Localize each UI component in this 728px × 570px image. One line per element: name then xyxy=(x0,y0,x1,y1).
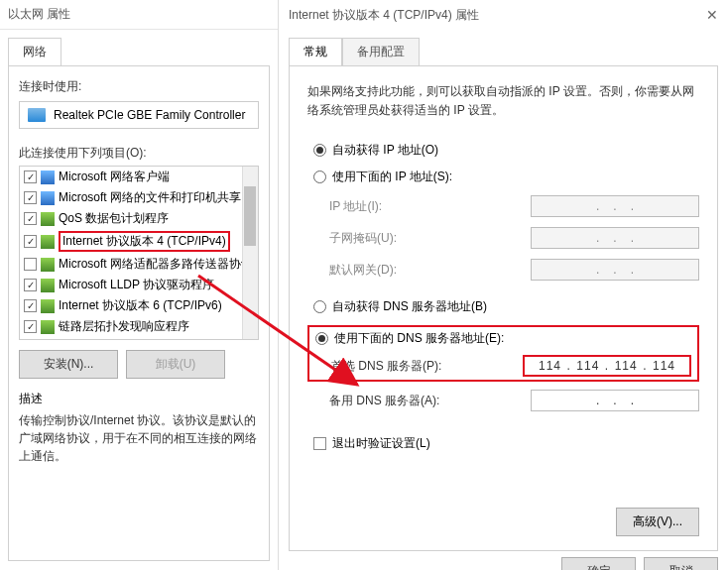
list-item[interactable]: ✓QoS 数据包计划程序 xyxy=(20,208,258,229)
protocol-icon xyxy=(41,171,55,184)
item-label: Internet 协议版本 4 (TCP/IPv4) xyxy=(62,234,226,248)
protocol-icon xyxy=(41,235,55,249)
dialog-footer: 确定 取消 xyxy=(279,557,718,570)
protocol-icon xyxy=(41,320,55,334)
description-title: 描述 xyxy=(19,391,259,407)
alternate-dns-label: 备用 DNS 服务器(A): xyxy=(329,393,531,409)
protocol-icon xyxy=(41,258,55,272)
ip-label: IP 地址(I): xyxy=(329,198,531,215)
mask-label: 子网掩码(U): xyxy=(329,230,531,247)
protocol-icon xyxy=(41,279,55,292)
button-row: 安装(N)... 卸载(U) xyxy=(19,350,259,379)
list-item[interactable]: ✓Microsoft 网络的文件和打印机共享 xyxy=(20,187,258,208)
nic-icon xyxy=(28,108,46,122)
cancel-button[interactable]: 取消 xyxy=(644,557,718,570)
connect-using-label: 连接时使用: xyxy=(19,78,259,95)
checkbox-icon[interactable]: ✓ xyxy=(24,212,37,225)
tab-strip-left: 网络 xyxy=(8,38,270,65)
adapter-field[interactable]: Realtek PCIe GBE Family Controller xyxy=(19,101,259,129)
preferred-dns-label: 首选 DNS 服务器(P): xyxy=(331,358,523,375)
close-icon[interactable]: ✕ xyxy=(706,7,718,23)
item-label: 链路层拓扑发现响应程序 xyxy=(59,318,189,335)
tab-general[interactable]: 常规 xyxy=(289,38,342,65)
title-text: 以太网 属性 xyxy=(8,6,70,23)
ipv4-properties-window: Internet 协议版本 4 (TCP/IPv4) 属性 ✕ 常规 备用配置 … xyxy=(278,0,728,570)
alternate-dns-row: 备用 DNS 服务器(A): ... xyxy=(329,390,699,411)
ip-input: ... xyxy=(531,195,699,217)
item-label: QoS 数据包计划程序 xyxy=(59,210,169,227)
protocol-icon xyxy=(41,191,55,205)
ok-button[interactable]: 确定 xyxy=(561,557,636,570)
item-label: Microsoft 网络适配器多路传送器协议 xyxy=(59,256,253,273)
checkbox-icon[interactable] xyxy=(24,258,37,271)
radio-manual-ip[interactable]: 使用下面的 IP 地址(S): xyxy=(313,169,699,185)
checkbox-icon[interactable]: ✓ xyxy=(24,320,37,333)
preferred-dns-row: 首选 DNS 服务器(P): 114. 114. 114. 114 xyxy=(315,355,691,377)
list-item[interactable]: ✓Microsoft LLDP 协议驱动程序 xyxy=(20,275,258,295)
radio-icon xyxy=(313,171,326,183)
protocol-icon xyxy=(41,299,55,313)
checkbox-icon xyxy=(313,437,326,450)
gateway-label: 默认网关(D): xyxy=(329,262,531,279)
radio-label: 使用下面的 DNS 服务器地址(E): xyxy=(334,330,504,347)
preferred-dns-input[interactable]: 114. 114. 114. 114 xyxy=(523,355,691,377)
window-title-right: Internet 协议版本 4 (TCP/IPv4) 属性 ✕ xyxy=(279,0,728,30)
tab-body-left: 连接时使用: Realtek PCIe GBE Family Controlle… xyxy=(8,65,270,561)
checkbox-icon[interactable]: ✓ xyxy=(24,235,37,248)
adapter-name: Realtek PCIe GBE Family Controller xyxy=(54,108,245,122)
radio-icon xyxy=(313,144,326,157)
intro-text: 如果网络支持此功能，则可以获取自动指派的 IP 设置。否则，你需要从网络系统管理… xyxy=(307,82,699,120)
radio-label: 自动获得 DNS 服务器地址(B) xyxy=(332,298,487,315)
list-item[interactable]: Microsoft 网络适配器多路传送器协议 xyxy=(20,254,258,275)
list-item[interactable]: ✓Microsoft 网络客户端 xyxy=(20,167,258,187)
item-label: Microsoft 网络客户端 xyxy=(59,169,170,185)
install-button[interactable]: 安装(N)... xyxy=(19,350,118,379)
item-label: Internet 协议版本 6 (TCP/IPv6) xyxy=(59,297,222,314)
ethernet-properties-window: 以太网 属性 网络 连接时使用: Realtek PCIe GBE Family… xyxy=(0,0,278,570)
checkbox-icon[interactable]: ✓ xyxy=(24,171,37,183)
checkbox-icon[interactable]: ✓ xyxy=(24,279,37,291)
window-title-left: 以太网 属性 xyxy=(0,0,278,30)
radio-auto-ip[interactable]: 自动获得 IP 地址(O) xyxy=(313,142,699,159)
tab-network[interactable]: 网络 xyxy=(8,38,61,65)
radio-label: 使用下面的 IP 地址(S): xyxy=(332,169,452,185)
scroll-thumb[interactable] xyxy=(244,186,256,246)
alternate-dns-input[interactable]: ... xyxy=(531,390,699,411)
ip-fields: IP 地址(I):... 子网掩码(U):... 默认网关(D):... xyxy=(329,195,699,281)
tab-strip-right: 常规 备用配置 xyxy=(289,38,718,65)
title-text: Internet 协议版本 4 (TCP/IPv4) 属性 xyxy=(289,7,479,24)
validate-checkbox-row[interactable]: 退出时验证设置(L) xyxy=(313,435,699,452)
checkbox-icon[interactable]: ✓ xyxy=(24,191,37,204)
dns-manual-highlight: 使用下面的 DNS 服务器地址(E): 首选 DNS 服务器(P): 114. … xyxy=(307,325,699,382)
list-item[interactable]: ✓Internet 协议版本 4 (TCP/IPv4) xyxy=(20,229,258,254)
radio-label: 自动获得 IP 地址(O) xyxy=(332,142,438,159)
scrollbar[interactable] xyxy=(242,167,258,339)
radio-auto-dns[interactable]: 自动获得 DNS 服务器地址(B) xyxy=(313,298,699,315)
tab-alternate[interactable]: 备用配置 xyxy=(342,38,420,65)
checkbox-icon[interactable]: ✓ xyxy=(24,299,37,312)
advanced-button[interactable]: 高级(V)... xyxy=(616,508,699,536)
protocol-list[interactable]: ✓Microsoft 网络客户端✓Microsoft 网络的文件和打印机共享✓Q… xyxy=(19,166,259,340)
radio-icon xyxy=(313,300,326,313)
description-body: 传输控制协议/Internet 协议。该协议是默认的广域网络协议，用于在不同的相… xyxy=(19,411,259,465)
gateway-input: ... xyxy=(531,259,699,281)
protocol-icon xyxy=(41,212,55,226)
uninstall-button[interactable]: 卸载(U) xyxy=(126,350,225,379)
tab-body-right: 如果网络支持此功能，则可以获取自动指派的 IP 设置。否则，你需要从网络系统管理… xyxy=(289,65,718,551)
list-item[interactable]: ✓Internet 协议版本 6 (TCP/IPv6) xyxy=(20,295,258,316)
radio-icon xyxy=(315,332,328,345)
mask-input: ... xyxy=(531,227,699,249)
radio-manual-dns[interactable]: 使用下面的 DNS 服务器地址(E): xyxy=(315,330,691,347)
validate-label: 退出时验证设置(L) xyxy=(332,435,430,452)
list-item[interactable]: ✓链路层拓扑发现响应程序 xyxy=(20,316,258,337)
item-label: Microsoft LLDP 协议驱动程序 xyxy=(59,277,214,293)
items-label: 此连接使用下列项目(O): xyxy=(19,145,259,162)
item-label: Microsoft 网络的文件和打印机共享 xyxy=(59,189,241,206)
